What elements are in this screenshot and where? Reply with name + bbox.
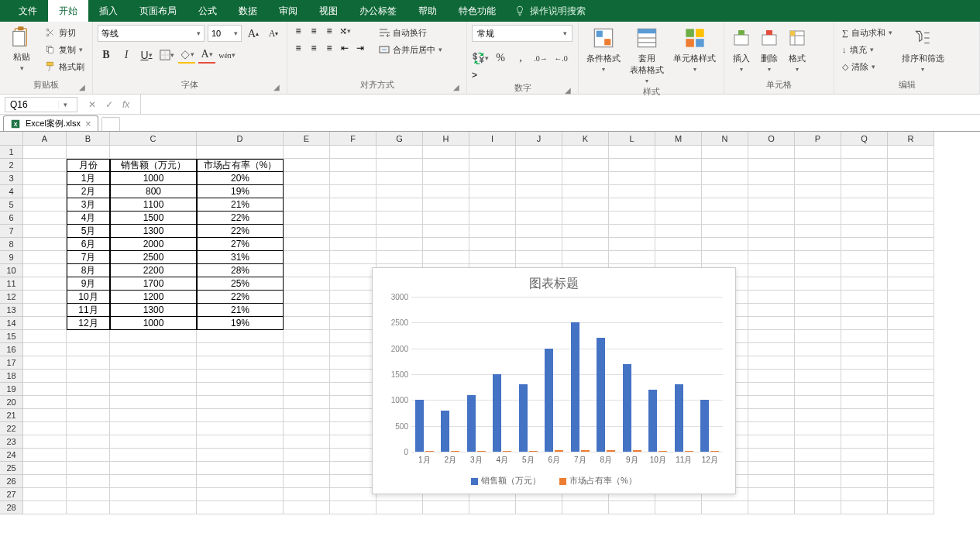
- row-header[interactable]: 24: [0, 449, 23, 462]
- tab-help[interactable]: 帮助: [407, 0, 448, 22]
- cell[interactable]: 21%: [197, 198, 284, 212]
- cell[interactable]: [23, 488, 67, 501]
- cell[interactable]: [284, 159, 330, 172]
- cell[interactable]: [841, 291, 888, 304]
- cell[interactable]: [197, 449, 284, 462]
- number-format-combo[interactable]: 常规▾: [472, 25, 573, 42]
- cell[interactable]: [841, 396, 888, 409]
- cell[interactable]: [841, 251, 888, 264]
- cell[interactable]: [748, 435, 795, 449]
- name-box[interactable]: ▾: [5, 97, 77, 112]
- cell[interactable]: 27%: [197, 238, 284, 251]
- cell[interactable]: [330, 462, 377, 475]
- name-box-input[interactable]: [5, 99, 58, 110]
- tab-data[interactable]: 数据: [228, 0, 268, 22]
- cell[interactable]: [197, 488, 284, 501]
- cell[interactable]: [888, 330, 934, 343]
- row-header[interactable]: 27: [0, 488, 23, 501]
- alignment-launcher[interactable]: ◢: [452, 83, 460, 91]
- column-header[interactable]: R: [888, 132, 934, 146]
- column-header[interactable]: H: [423, 132, 469, 146]
- cell[interactable]: [284, 264, 330, 277]
- cell[interactable]: [888, 238, 934, 251]
- align-middle-button[interactable]: ≡: [308, 25, 320, 37]
- cell[interactable]: [197, 356, 284, 370]
- cell[interactable]: [748, 383, 795, 396]
- cell[interactable]: [330, 396, 377, 409]
- cell[interactable]: [795, 291, 841, 304]
- cell[interactable]: [330, 501, 377, 514]
- cell[interactable]: [23, 409, 67, 422]
- row-header[interactable]: 2: [0, 159, 23, 172]
- cell[interactable]: 1100: [110, 198, 197, 212]
- cell[interactable]: [469, 238, 516, 251]
- spreadsheet-grid[interactable]: ABCDEFGHIJKLMNOPQR 123456789101112131415…: [0, 132, 980, 540]
- row-header[interactable]: 18: [0, 370, 23, 383]
- cell[interactable]: [284, 488, 330, 501]
- cell[interactable]: [888, 291, 934, 304]
- cell[interactable]: [748, 396, 795, 409]
- row-header[interactable]: 21: [0, 409, 23, 422]
- cell[interactable]: [841, 198, 888, 212]
- cell[interactable]: [423, 172, 469, 185]
- cell[interactable]: [562, 212, 609, 225]
- cell[interactable]: [330, 449, 377, 462]
- cell[interactable]: [284, 251, 330, 264]
- tell-me-search[interactable]: 操作说明搜索: [507, 5, 593, 18]
- cell[interactable]: [23, 343, 67, 356]
- cell[interactable]: [888, 409, 934, 422]
- cell[interactable]: [748, 356, 795, 370]
- cell[interactable]: [423, 146, 469, 159]
- cell[interactable]: [284, 462, 330, 475]
- cell[interactable]: [888, 449, 934, 462]
- row-header[interactable]: 17: [0, 356, 23, 370]
- cell[interactable]: [67, 422, 110, 435]
- cell[interactable]: [609, 146, 655, 159]
- align-top-button[interactable]: ≡: [292, 25, 304, 37]
- select-all-corner[interactable]: [0, 132, 23, 146]
- row-header[interactable]: 8: [0, 238, 23, 251]
- cell[interactable]: [609, 212, 655, 225]
- underline-button[interactable]: U▾: [138, 46, 155, 64]
- tab-home[interactable]: 开始: [48, 0, 88, 22]
- tab-formulas[interactable]: 公式: [187, 0, 228, 22]
- delete-cells-button[interactable]: 删除▾: [757, 25, 782, 73]
- cell[interactable]: [841, 356, 888, 370]
- cell[interactable]: [702, 172, 748, 185]
- cell[interactable]: [330, 383, 377, 396]
- cell[interactable]: [655, 238, 702, 251]
- cell[interactable]: [23, 383, 67, 396]
- cell[interactable]: [655, 146, 702, 159]
- cell[interactable]: [841, 462, 888, 475]
- cell[interactable]: [609, 225, 655, 238]
- cell[interactable]: [795, 462, 841, 475]
- cell[interactable]: 2000: [110, 238, 197, 251]
- cell[interactable]: [110, 462, 197, 475]
- cell[interactable]: 22%: [197, 225, 284, 238]
- cell[interactable]: [795, 198, 841, 212]
- cell[interactable]: 20%: [197, 172, 284, 185]
- cell-style-button[interactable]: 单元格样式▾: [670, 25, 719, 73]
- cell[interactable]: [841, 172, 888, 185]
- cell[interactable]: [330, 185, 377, 198]
- enter-formula-icon[interactable]: ✓: [105, 99, 113, 110]
- accounting-button[interactable]: 💱▾: [472, 50, 489, 67]
- column-header[interactable]: L: [609, 132, 655, 146]
- cell[interactable]: [795, 396, 841, 409]
- cell[interactable]: [423, 159, 469, 172]
- cell[interactable]: [67, 449, 110, 462]
- cell[interactable]: [197, 422, 284, 435]
- cell[interactable]: [23, 501, 67, 514]
- font-color-button[interactable]: A▾: [198, 46, 215, 64]
- cut-button[interactable]: 剪切: [42, 25, 88, 40]
- cell[interactable]: 4月: [67, 212, 110, 225]
- cell[interactable]: 31%: [197, 251, 284, 264]
- clear-button[interactable]: ◇清除▾: [839, 59, 896, 74]
- cell[interactable]: [795, 383, 841, 396]
- cell[interactable]: 1500: [110, 212, 197, 225]
- row-header[interactable]: 20: [0, 396, 23, 409]
- column-header[interactable]: A: [23, 132, 67, 146]
- cell[interactable]: [23, 212, 67, 225]
- increase-decimal-button[interactable]: .0→: [532, 50, 549, 67]
- cell[interactable]: [67, 462, 110, 475]
